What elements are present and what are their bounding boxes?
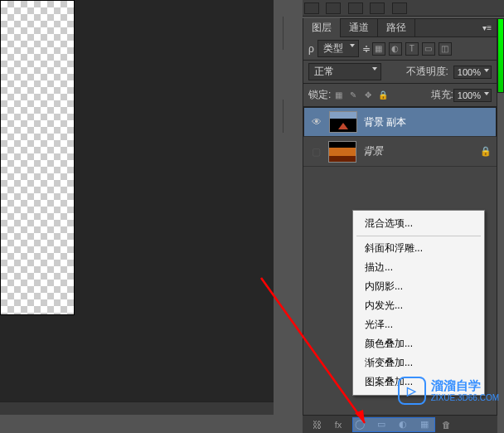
blend-row: 正常 不透明度: 100%: [303, 61, 497, 84]
lock-pixels-icon[interactable]: ▦: [332, 90, 344, 101]
lock-all-icon[interactable]: 🔒: [377, 90, 389, 101]
watermark: ▷ 溜溜自学 ZIXUE.3D66.COM: [398, 377, 499, 405]
tab-channels[interactable]: 通道: [341, 18, 378, 37]
filter-type-select[interactable]: 类型: [317, 40, 359, 57]
layer-row-copy[interactable]: 👁 背景 副本: [303, 107, 497, 137]
layer-thumbnail[interactable]: [328, 141, 356, 163]
layer-filter-row: ρ 类型 ≑ ▦ ◐ T ▭ ◫: [303, 37, 497, 61]
link-layers-icon[interactable]: ⛓: [309, 419, 324, 431]
tab-paths[interactable]: 路径: [378, 18, 415, 37]
menu-gradient-overlay[interactable]: 渐变叠加...: [353, 353, 484, 372]
lock-row: 锁定: ▦ ✎ ✥ 🔒 填充: 100%: [303, 84, 497, 107]
tool-icon[interactable]: [348, 2, 363, 14]
blend-mode-select[interactable]: 正常: [308, 63, 381, 80]
horizontal-scrollbar[interactable]: [0, 401, 274, 415]
layer-style-context-menu: 混合选项... 斜面和浮雕... 描边... 内阴影... 内发光... 光泽.…: [352, 210, 485, 396]
layer-name: 背景: [363, 144, 383, 158]
layer-style-icon[interactable]: fx: [331, 419, 346, 431]
filter-type-icon[interactable]: T: [405, 42, 419, 56]
menu-bevel-emboss[interactable]: 斜面和浮雕...: [353, 239, 484, 258]
layer-thumbnail[interactable]: [329, 111, 357, 133]
opacity-input[interactable]: 100%: [453, 66, 492, 79]
filter-smart-icon[interactable]: ◫: [439, 42, 452, 56]
panel-tabs: 图层 通道 路径 ▾≡: [303, 19, 497, 37]
layer-row-background[interactable]: ▢ 背景 🔒: [303, 137, 497, 167]
layer-name: 背景 副本: [364, 115, 406, 129]
menu-blend-options[interactable]: 混合选项...: [353, 214, 484, 233]
tool-icon[interactable]: [370, 2, 385, 14]
top-icon-strip: [303, 0, 504, 17]
filter-pixel-icon[interactable]: ▦: [372, 42, 385, 56]
visibility-toggle[interactable]: ▢: [308, 144, 323, 159]
watermark-brand: 溜溜自学: [431, 378, 481, 392]
lock-position-icon[interactable]: ✥: [362, 90, 374, 101]
tool-icon[interactable]: [392, 2, 407, 14]
menu-stroke[interactable]: 描边...: [353, 258, 484, 277]
tab-layers[interactable]: 图层: [303, 18, 341, 37]
filter-adjust-icon[interactable]: ◐: [389, 42, 402, 56]
menu-color-overlay[interactable]: 颜色叠加...: [353, 334, 484, 353]
annotation-highlight: [352, 417, 435, 432]
watermark-url: ZIXUE.3D66.COM: [431, 393, 499, 402]
filter-shape-icon[interactable]: ▭: [422, 42, 435, 56]
panel-menu-icon[interactable]: ▾≡: [477, 23, 497, 32]
visibility-toggle[interactable]: 👁: [309, 114, 324, 129]
panel-gutter: [276, 0, 301, 433]
tool-icon[interactable]: [326, 2, 341, 14]
canvas-area: [0, 0, 274, 415]
lock-brush-icon[interactable]: ✎: [347, 90, 359, 101]
tool-icon[interactable]: [304, 2, 319, 14]
document-canvas[interactable]: [0, 0, 75, 315]
lock-label: 锁定:: [308, 88, 331, 102]
delete-layer-icon[interactable]: 🗑: [439, 419, 453, 431]
menu-inner-glow[interactable]: 内发光...: [353, 296, 484, 315]
fill-input[interactable]: 100%: [453, 89, 492, 102]
watermark-logo-icon: ▷: [398, 377, 426, 405]
fill-label: 填充:: [431, 88, 453, 102]
layers-panel-bottom: ⛓ fx ◯ ▭ ◐ ▦ 🗑: [303, 415, 497, 433]
lock-icon: 🔒: [480, 146, 492, 157]
opacity-label: 不透明度:: [406, 65, 448, 79]
sampler-bar: [497, 18, 504, 93]
menu-inner-shadow[interactable]: 内阴影...: [353, 277, 484, 296]
menu-satin[interactable]: 光泽...: [353, 315, 484, 334]
